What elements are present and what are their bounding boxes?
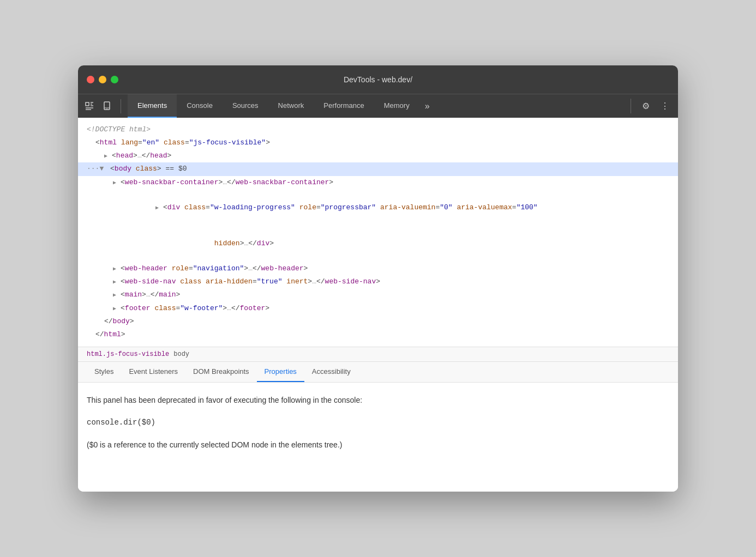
breadcrumb-body[interactable]: body (173, 350, 189, 358)
settings-button[interactable]: ⚙ (638, 99, 654, 113)
tab-event-listeners[interactable]: Event Listeners (121, 362, 185, 382)
svg-rect-6 (104, 102, 110, 110)
tab-bar-actions: ⚙ ⋮ (631, 99, 674, 113)
close-button[interactable] (87, 76, 94, 83)
breadcrumb-bar: html.js-focus-visible body (78, 347, 678, 362)
main-content: <!DOCTYPE html> <html lang="en" class="j… (78, 118, 678, 492)
dom-line-main[interactable]: ▶ <main>…</main> (78, 288, 678, 301)
tab-network[interactable]: Network (268, 94, 314, 118)
window-title: DevTools - web.dev/ (344, 75, 412, 84)
tab-accessibility[interactable]: Accessibility (304, 362, 358, 382)
breadcrumb-html[interactable]: html.js-focus-visible (87, 350, 169, 358)
dom-line-head[interactable]: ▶ <head>…</head> (78, 149, 678, 162)
dom-line-body-close[interactable]: </body> (78, 315, 678, 328)
deprecated-notice: This panel has been deprecated in favor … (87, 393, 669, 407)
dom-line-header[interactable]: ▶ <web-header role="navigation">…</web-h… (78, 262, 678, 275)
inspect-icon[interactable] (82, 99, 97, 113)
tab-styles[interactable]: Styles (87, 362, 121, 382)
minimize-button[interactable] (99, 76, 106, 83)
main-tabs: Elements Console Sources Network Perform… (128, 94, 631, 118)
device-toggle-icon[interactable] (100, 99, 114, 113)
tab-bar: Elements Console Sources Network Perform… (78, 94, 678, 118)
tab-console[interactable]: Console (177, 94, 223, 118)
tab-performance[interactable]: Performance (314, 94, 374, 118)
dom-line-snackbar[interactable]: ▶ <web-snackbar-container>…</web-snackba… (78, 176, 678, 189)
dom-line-body[interactable]: ···▼ <body class> == $0 (78, 162, 678, 175)
more-tabs-button[interactable]: » (419, 94, 435, 118)
note-text: ($0 is a reference to the currently sele… (87, 438, 669, 452)
dom-line-footer[interactable]: ▶ <footer class="w-footer">…</footer> (78, 302, 678, 315)
maximize-button[interactable] (111, 76, 118, 83)
bottom-panel-content: This panel has been deprecated in favor … (78, 383, 678, 492)
svg-rect-0 (86, 102, 89, 106)
toolbar-icons (82, 99, 121, 113)
traffic-lights (87, 76, 118, 83)
tab-memory[interactable]: Memory (374, 94, 419, 118)
dom-line-html[interactable]: <html lang="en" class="js-focus-visible"… (78, 136, 678, 149)
bottom-panel-tabs: Styles Event Listeners DOM Breakpoints P… (78, 362, 678, 383)
dom-tree: <!DOCTYPE html> <html lang="en" class="j… (78, 118, 678, 347)
devtools-window: DevTools - web.dev/ (78, 65, 678, 492)
title-bar: DevTools - web.dev/ (78, 65, 678, 94)
console-code: console.dir($0) (87, 416, 669, 429)
dom-line-loading[interactable]: ▶ <div class="w-loading-progress" role="… (78, 189, 678, 263)
dom-line-html-close[interactable]: </html> (78, 328, 678, 341)
tab-properties[interactable]: Properties (257, 362, 304, 382)
tab-sources[interactable]: Sources (223, 94, 268, 118)
svg-point-8 (106, 108, 107, 110)
tab-dom-breakpoints[interactable]: DOM Breakpoints (185, 362, 257, 382)
more-options-button[interactable]: ⋮ (656, 99, 674, 113)
tab-elements[interactable]: Elements (128, 94, 177, 118)
dom-line-doctype[interactable]: <!DOCTYPE html> (78, 123, 678, 136)
dom-line-sidenav[interactable]: ▶ <web-side-nav class aria-hidden="true"… (78, 275, 678, 288)
